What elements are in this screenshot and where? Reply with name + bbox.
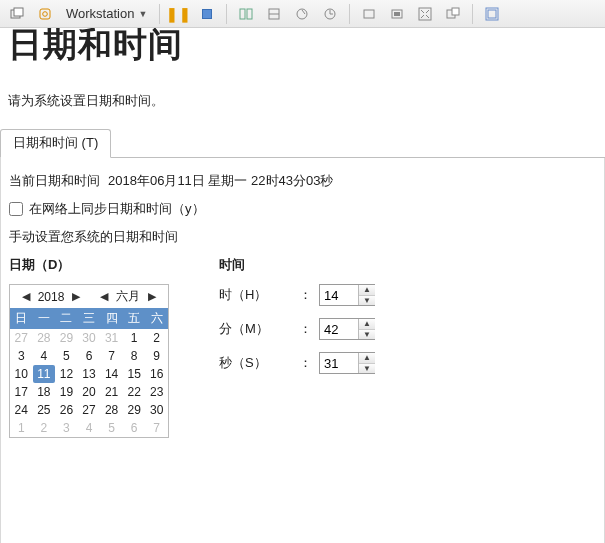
- calendar-day[interactable]: 9: [145, 347, 168, 365]
- toolbar-btn-snapshot[interactable]: [32, 3, 58, 25]
- calendar-day: 3: [55, 419, 78, 437]
- calendar-weekday: 二: [55, 308, 78, 329]
- second-down[interactable]: ▼: [359, 364, 375, 374]
- toolbar-btn-unity[interactable]: [440, 3, 466, 25]
- calendar-day: 2: [33, 419, 56, 437]
- calendar-weekday: 一: [33, 308, 56, 329]
- svg-rect-4: [240, 9, 245, 19]
- calendar-day[interactable]: 5: [55, 347, 78, 365]
- hour-up[interactable]: ▲: [359, 285, 375, 296]
- toolbar-btn-clock[interactable]: [317, 3, 343, 25]
- toolbar-btn-d[interactable]: [356, 3, 382, 25]
- year-next[interactable]: ▶: [70, 290, 82, 303]
- calendar-grid: 日一二三四五六272829303112345678910111213141516…: [10, 308, 168, 437]
- minute-up[interactable]: ▲: [359, 319, 375, 330]
- hour-down[interactable]: ▼: [359, 296, 375, 306]
- toolbar-btn-e[interactable]: [384, 3, 410, 25]
- calendar-day[interactable]: 14: [100, 365, 123, 383]
- calendar-day[interactable]: 4: [33, 347, 56, 365]
- calendar-day[interactable]: 26: [55, 401, 78, 419]
- pause-button[interactable]: ❚❚: [166, 3, 192, 25]
- calendar-weekday: 六: [145, 308, 168, 329]
- second-spinner: ▲ ▼: [319, 352, 375, 374]
- manual-set-label: 手动设置您系统的日期和时间: [9, 228, 596, 246]
- stop-button[interactable]: [194, 3, 220, 25]
- calendar-day[interactable]: 21: [100, 383, 123, 401]
- calendar-day[interactable]: 18: [33, 383, 56, 401]
- date-heading: 日期（D）: [9, 256, 169, 274]
- toolbar-btn-a[interactable]: [233, 3, 259, 25]
- toolbar-btn-c[interactable]: [289, 3, 315, 25]
- svg-rect-15: [419, 8, 431, 20]
- workstation-dropdown[interactable]: Workstation ▼: [60, 6, 153, 21]
- calendar-day[interactable]: 16: [145, 365, 168, 383]
- date-column: 日期（D） ◀ 2018 ▶ ◀ 六月 ▶ 日一二三四五六27282930311…: [9, 256, 169, 438]
- calendar-day: 1: [10, 419, 33, 437]
- month-next[interactable]: ▶: [146, 290, 158, 303]
- calendar-day: 5: [100, 419, 123, 437]
- toolbar-btn-b[interactable]: [261, 3, 287, 25]
- calendar-day[interactable]: 15: [123, 365, 146, 383]
- calendar-day[interactable]: 25: [33, 401, 56, 419]
- calendar-weekday: 五: [123, 308, 146, 329]
- tab-datetime[interactable]: 日期和时间 (T): [0, 129, 111, 158]
- calendar-day: 30: [78, 329, 101, 347]
- svg-rect-12: [364, 10, 374, 18]
- calendar-day[interactable]: 30: [145, 401, 168, 419]
- calendar-day[interactable]: 17: [10, 383, 33, 401]
- page-subtitle: 请为系统设置日期和时间。: [8, 92, 597, 110]
- toolbar-btn-fullscreen[interactable]: [479, 3, 505, 25]
- calendar-day[interactable]: 24: [10, 401, 33, 419]
- calendar-day[interactable]: 7: [100, 347, 123, 365]
- calendar-day[interactable]: 10: [10, 365, 33, 383]
- workstation-label: Workstation: [66, 6, 134, 21]
- svg-rect-14: [394, 12, 400, 16]
- calendar-day[interactable]: 19: [55, 383, 78, 401]
- calendar-day[interactable]: 8: [123, 347, 146, 365]
- minute-input[interactable]: [320, 319, 358, 339]
- month-prev[interactable]: ◀: [98, 290, 110, 303]
- svg-rect-5: [247, 9, 252, 19]
- calendar-day[interactable]: 20: [78, 383, 101, 401]
- calendar-day[interactable]: 2: [145, 329, 168, 347]
- svg-point-3: [43, 11, 48, 16]
- calendar-day[interactable]: 13: [78, 365, 101, 383]
- current-datetime-row: 当前日期和时间 2018年06月11日 星期一 22时43分03秒: [9, 172, 596, 190]
- calendar-weekday: 日: [10, 308, 33, 329]
- calendar: ◀ 2018 ▶ ◀ 六月 ▶ 日一二三四五六27282930311234567…: [9, 284, 169, 438]
- toolbar-separator: [349, 4, 350, 24]
- calendar-day: 28: [33, 329, 56, 347]
- hour-spinner: ▲ ▼: [319, 284, 375, 306]
- calendar-day[interactable]: 27: [78, 401, 101, 419]
- second-input[interactable]: [320, 353, 358, 373]
- minute-down[interactable]: ▼: [359, 330, 375, 340]
- minute-label: 分（M）: [219, 320, 289, 338]
- year-prev[interactable]: ◀: [20, 290, 32, 303]
- calendar-day[interactable]: 23: [145, 383, 168, 401]
- time-column: 时间 时（H） ： ▲ ▼ 分（M） ：: [219, 256, 375, 438]
- calendar-day[interactable]: 1: [123, 329, 146, 347]
- sync-network-checkbox[interactable]: [9, 202, 23, 216]
- toolbar-separator: [472, 4, 473, 24]
- colon: ：: [299, 286, 309, 304]
- calendar-day[interactable]: 29: [123, 401, 146, 419]
- colon: ：: [299, 320, 309, 338]
- second-up[interactable]: ▲: [359, 353, 375, 364]
- svg-rect-19: [488, 10, 496, 18]
- second-label: 秒（S）: [219, 354, 289, 372]
- sync-network-label[interactable]: 在网络上同步日期和时间（y）: [29, 200, 205, 218]
- colon: ：: [299, 354, 309, 372]
- toolbar-btn-fit[interactable]: [412, 3, 438, 25]
- tab-bar: 日期和时间 (T): [0, 132, 605, 158]
- calendar-day[interactable]: 28: [100, 401, 123, 419]
- toolbar-btn-1[interactable]: [4, 3, 30, 25]
- calendar-day[interactable]: 12: [55, 365, 78, 383]
- page-title: 日期和时间: [8, 22, 597, 68]
- current-datetime-label: 当前日期和时间: [9, 172, 100, 190]
- calendar-day[interactable]: 3: [10, 347, 33, 365]
- hour-input[interactable]: [320, 285, 358, 305]
- hour-label: 时（H）: [219, 286, 289, 304]
- calendar-day[interactable]: 6: [78, 347, 101, 365]
- calendar-day[interactable]: 22: [123, 383, 146, 401]
- calendar-day[interactable]: 11: [33, 365, 56, 383]
